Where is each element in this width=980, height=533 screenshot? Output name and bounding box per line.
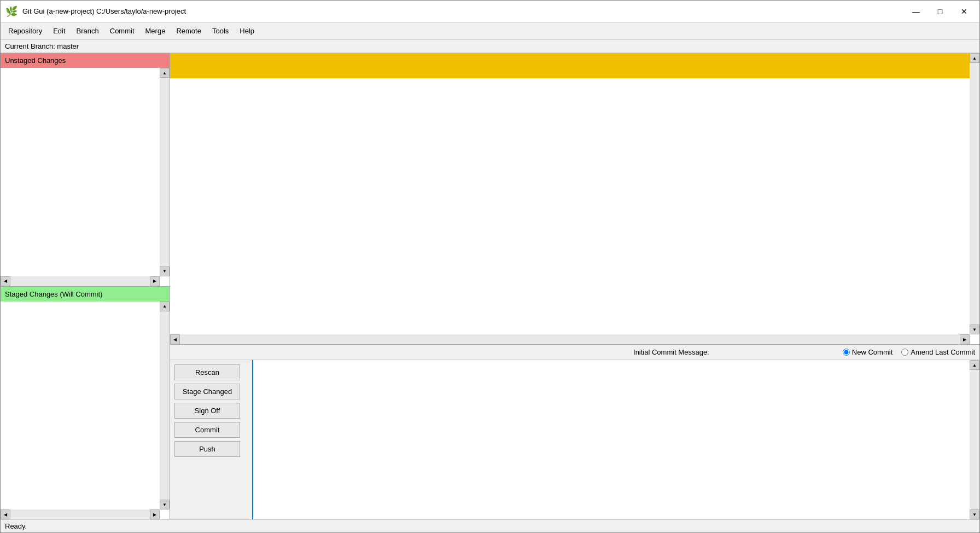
diff-scroll-right[interactable]: ▶: [960, 334, 970, 344]
unstaged-scroll-right[interactable]: ▶: [150, 276, 160, 286]
commit-message-input-area: ▲ ▼: [252, 360, 979, 519]
rescan-button[interactable]: Rescan: [174, 364, 240, 380]
push-button[interactable]: Push: [174, 441, 240, 457]
staged-vscroll[interactable]: ▲ ▼: [160, 302, 170, 510]
current-branch-bar: Current Branch: master: [1, 40, 979, 53]
unstaged-header: Unstaged Changes: [1, 53, 170, 68]
sign-off-button[interactable]: Sign Off: [174, 403, 240, 419]
unstaged-scroll-left[interactable]: ◀: [1, 276, 10, 286]
staged-scroll-left[interactable]: ◀: [1, 509, 10, 519]
amend-commit-label: Amend Last Commit: [911, 348, 975, 356]
right-panel: ▲ ▼ ◀ ▶ Initial Commit Message:: [170, 53, 979, 519]
radio-group: New Commit Amend Last Commit: [843, 348, 975, 356]
window-title: Git Gui (a-new-project) C:/Users/taylo/a…: [22, 7, 186, 15]
unstaged-scroll-up[interactable]: ▲: [160, 68, 170, 78]
menu-branch[interactable]: Branch: [71, 25, 104, 37]
diff-scroll-left[interactable]: ◀: [170, 334, 180, 344]
commit-body: Rescan Stage Changed Sign Off Commit Pus…: [170, 360, 979, 519]
current-branch-text: Current Branch: master: [5, 42, 79, 50]
unstaged-panel: Unstaged Changes ▲ ▼ ◀ ▶: [1, 53, 170, 287]
main-window: 🌿 Git Gui (a-new-project) C:/Users/taylo…: [0, 0, 980, 533]
diff-area: ▲ ▼ ◀ ▶: [170, 53, 979, 344]
menu-edit[interactable]: Edit: [48, 25, 71, 37]
close-button[interactable]: ✕: [953, 3, 975, 20]
status-bar: Ready.: [1, 519, 979, 532]
commit-button[interactable]: Commit: [174, 422, 240, 438]
menu-commit[interactable]: Commit: [104, 25, 140, 37]
commit-message-header: Initial Commit Message: New Commit Amend…: [170, 345, 979, 360]
staged-scroll-down[interactable]: ▼: [160, 500, 170, 509]
staged-scroll-right[interactable]: ▶: [150, 509, 160, 519]
staged-hscroll[interactable]: ◀ ▶: [1, 509, 160, 519]
commit-area: Initial Commit Message: New Commit Amend…: [170, 344, 979, 519]
title-bar-buttons: — □ ✕: [905, 3, 975, 20]
commit-scroll-down[interactable]: ▼: [970, 509, 979, 519]
status-text: Ready.: [5, 522, 27, 530]
diff-header: [170, 53, 979, 78]
unstaged-scroll-down[interactable]: ▼: [160, 266, 170, 276]
menu-merge[interactable]: Merge: [140, 25, 171, 37]
commit-message-textarea[interactable]: [252, 360, 979, 519]
diff-scroll-up[interactable]: ▲: [970, 53, 979, 63]
commit-vscroll[interactable]: ▲ ▼: [970, 360, 979, 519]
minimize-button[interactable]: —: [905, 3, 927, 20]
commit-scroll-up[interactable]: ▲: [970, 360, 979, 370]
staged-scroll-up[interactable]: ▲: [160, 302, 170, 311]
left-panel: Unstaged Changes ▲ ▼ ◀ ▶ Staged Changes …: [1, 53, 170, 519]
commit-message-label: Initial Commit Message:: [509, 348, 834, 356]
unstaged-hscroll[interactable]: ◀ ▶: [1, 276, 160, 286]
diff-vscroll[interactable]: ▲ ▼: [970, 53, 979, 334]
unstaged-vscroll[interactable]: ▲ ▼: [160, 68, 170, 276]
unstaged-content[interactable]: ▲ ▼ ◀ ▶: [1, 68, 170, 286]
new-commit-radio[interactable]: [843, 349, 850, 356]
maximize-button[interactable]: □: [929, 3, 951, 20]
menu-bar: Repository Edit Branch Commit Merge Remo…: [1, 22, 979, 40]
title-bar: 🌿 Git Gui (a-new-project) C:/Users/taylo…: [1, 1, 979, 22]
commit-buttons: Rescan Stage Changed Sign Off Commit Pus…: [170, 360, 252, 519]
diff-content[interactable]: [170, 78, 970, 334]
app-icon: 🌿: [5, 5, 18, 18]
diff-hscroll[interactable]: ◀ ▶: [170, 334, 970, 344]
new-commit-label: New Commit: [852, 348, 892, 356]
menu-tools[interactable]: Tools: [207, 25, 234, 37]
staged-content[interactable]: ▲ ▼ ◀ ▶: [1, 302, 170, 520]
staged-panel: Staged Changes (Will Commit) ▲ ▼ ◀ ▶: [1, 287, 170, 520]
diff-scroll-down[interactable]: ▼: [970, 325, 979, 334]
stage-changed-button[interactable]: Stage Changed: [174, 384, 240, 399]
amend-commit-radio[interactable]: [901, 349, 908, 356]
menu-repository[interactable]: Repository: [3, 25, 48, 37]
menu-help[interactable]: Help: [234, 25, 260, 37]
amend-commit-radio-label[interactable]: Amend Last Commit: [901, 348, 975, 356]
staged-header: Staged Changes (Will Commit): [1, 287, 170, 302]
new-commit-radio-label[interactable]: New Commit: [843, 348, 892, 356]
menu-remote[interactable]: Remote: [171, 25, 207, 37]
main-area: Unstaged Changes ▲ ▼ ◀ ▶ Staged Changes …: [1, 53, 979, 519]
title-bar-left: 🌿 Git Gui (a-new-project) C:/Users/taylo…: [5, 5, 186, 18]
